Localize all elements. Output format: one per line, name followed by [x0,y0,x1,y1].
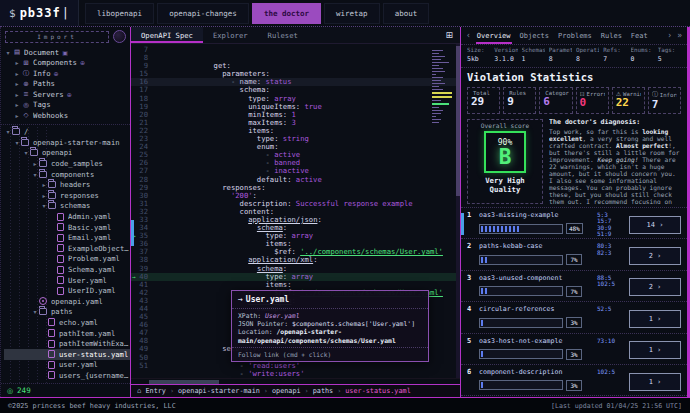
follow-link-hint[interactable]: Follow link (cmd + click) [232,347,428,361]
folder-chevron-icon[interactable]: ▾ [22,149,30,156]
import-button[interactable]: Import [5,31,109,43]
folder-chevron-icon[interactable]: ▾ [31,308,39,315]
file-tree-row[interactable]: ▾ / [4,127,130,138]
chevron-right-icon[interactable]: ▸ [13,70,21,77]
violation-ref[interactable]: 52:5 [597,306,623,312]
code-line[interactable]: 34 items: [131,224,460,232]
chevron-right-icon[interactable]: ▸ [13,112,21,119]
violations-scroll-thumb[interactable] [461,213,464,235]
violation-ref[interactable]: 82:3 [597,250,623,256]
file-tree-row[interactable]: user.yaml [4,360,130,371]
code-line[interactable]: 7 get: [131,46,460,54]
editor-tab[interactable]: OpenAPI Spec [131,27,203,43]
violation-count-button[interactable]: 14 › [629,216,681,234]
folder-chevron-icon[interactable]: ▾ [4,128,12,135]
code-line[interactable]: 15 schema: [131,70,460,78]
chevron-right-icon[interactable]: ▸ [13,101,21,108]
file-tree-row[interactable]: ▾ openapi-starter-main [4,137,130,148]
minimap[interactable] [431,48,453,123]
code-line[interactable]: 41 text/plain: [131,281,460,289]
code-line[interactable]: 29 description: Successful response exam… [131,184,460,192]
violation-ref[interactable]: 73:10 [597,338,623,344]
code-line[interactable]: 18 minItems: 1 [131,95,460,103]
editor-tab[interactable]: Ruleset [258,27,308,43]
violation-row[interactable]: 2 paths-kebab-case 7% 80:382:3 2 › [461,239,687,270]
file-tree-row[interactable]: Email.yaml [4,232,130,243]
editor-vscrollbar[interactable] [456,44,460,378]
report-tab[interactable]: Problems [557,28,593,44]
code-line[interactable]: 19 maxItems: 3 [131,103,460,111]
report-tab[interactable]: Objects [519,28,551,44]
violation-rule-name[interactable]: paths-kebab-case [479,242,593,250]
file-tree-row[interactable]: ▸ responses [4,190,130,201]
file-tree-row[interactable]: users_{username}.yaml [4,370,130,381]
file-tree-row[interactable]: Admin.yaml [4,211,130,222]
code-line[interactable]: 21 type: string [131,119,460,127]
file-tree-row[interactable]: ExampleObject.yaml [4,243,130,254]
editor-tab[interactable]: Explorer [203,27,258,43]
code-line[interactable]: 32 schema: [131,208,460,216]
grid-view-icon[interactable]: ⊞ [438,27,460,43]
code-line[interactable]: 26 default: active [131,159,460,167]
tree-node[interactable]: ▸ ⊚ Paths [4,79,127,90]
folder-chevron-icon[interactable]: ▸ [40,181,48,188]
file-tree-row[interactable]: ▾ components [4,169,130,180]
code-line[interactable]: 9 - name: status [131,62,460,70]
violation-count-button[interactable]: 2 › [629,278,681,296]
code-line[interactable]: 27 responses: [131,167,460,175]
report-tab[interactable]: Feat [630,28,649,44]
violation-rule-name[interactable]: oas3-host-not-example [479,337,593,345]
file-tree-row[interactable]: ▾ openapi [4,148,130,159]
violation-row[interactable]: 4 circular-references 3% 52:5 1 › [461,302,687,333]
violation-ref[interactable]: 102:5 [597,281,623,287]
file-tree-row[interactable]: pathItem.yaml [4,328,130,339]
chevron-right-icon[interactable]: ▸ [13,91,21,98]
breadcrumb-current[interactable]: user-status.yaml [345,387,410,395]
code-line[interactable]: 51 [131,362,460,370]
violation-row[interactable]: 5 oas3-host-not-example 3% 73:10 1 › [461,334,687,365]
file-tree-row[interactable]: openapi.yaml [4,296,130,307]
code-line[interactable]: → 40 $ref: '../components/schemas/User.y… [131,273,460,281]
file-tree-row[interactable]: ▾ paths [4,307,130,318]
violation-row[interactable]: 6 component-description 3% 102:5 1 › [461,365,687,396]
tree-node[interactable]: ▸ ≡ Servers ⊕ [4,89,127,100]
home-icon[interactable]: ⌂ [137,387,141,395]
code-line[interactable]: 28 '200': [131,176,460,184]
file-tree-row[interactable]: echo.yaml [4,317,130,328]
code-line[interactable]: 20 items: [131,111,460,119]
violation-count-button[interactable]: 1 › [629,310,681,328]
folder-chevron-icon[interactable]: ▸ [40,192,48,199]
code-area[interactable]: 7 get: 8 parameters: 9 [131,44,460,378]
tree-node[interactable]: ▸ ◇ Webhooks [4,110,127,121]
topbar-tab[interactable]: wiretap [324,3,380,24]
chevron-down-icon[interactable]: ▾ [4,49,12,56]
code-line[interactable]: 31 application/json: [131,200,460,208]
topbar-tab[interactable]: the doctor [252,3,321,24]
code-line[interactable]: 33 type: array [131,216,460,224]
breadcrumb-item[interactable]: openapi [272,387,301,395]
file-tree-row[interactable]: Basic.yaml [4,222,130,233]
violation-count-button[interactable]: 1 › [629,341,681,359]
app-logo[interactable]: $ pb33f | [0,0,79,26]
breadcrumb-item[interactable]: paths [313,387,333,395]
code-line[interactable]: 36 application/xml: [131,240,460,248]
code-line[interactable]: 39 items: [131,265,460,273]
breadcrumb-item[interactable]: openapi-starter-main [178,387,260,395]
add-badge-icon[interactable]: ⊕ [54,70,59,77]
topbar-tab[interactable]: libopenapi [85,3,154,24]
file-tree-row[interactable]: Schema.yaml [4,264,130,275]
file-tree-row[interactable]: user-status.yaml [4,349,130,360]
document-badge-icon[interactable]: ▣ [62,49,68,56]
chevron-right-icon[interactable]: ▸ [13,59,21,66]
violation-count-button[interactable]: 1 › [629,373,681,391]
topbar-tab[interactable]: about [383,3,430,24]
vscroll-thumb[interactable] [456,46,460,196]
breadcrumb-item[interactable]: Entry [145,387,165,395]
add-badge-icon[interactable]: ⊕ [67,91,72,98]
violation-rule-name[interactable]: component-description [479,368,593,376]
report-tab[interactable]: Rules [600,28,623,44]
chevron-right-icon[interactable]: ▸ [13,80,21,87]
folder-chevron-icon[interactable]: ▸ [31,160,39,167]
add-badge-icon[interactable]: ⊕ [80,59,85,66]
code-line[interactable]: 8 parameters: [131,54,460,62]
